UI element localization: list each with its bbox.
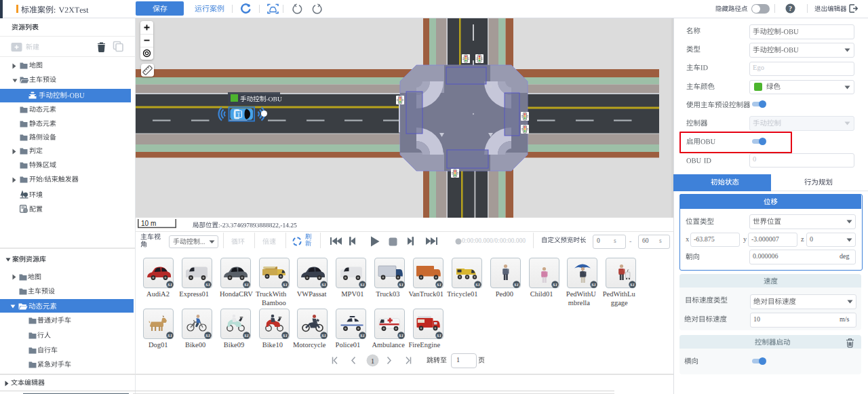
svg-text:S1: S1 [553, 281, 557, 286]
svg-text:S1: S1 [283, 332, 288, 337]
svg-text:S1: S1 [475, 281, 480, 286]
svg-text:S1: S1 [205, 332, 210, 337]
svg-text:S1: S1 [167, 281, 172, 286]
svg-text:S1: S1 [360, 332, 365, 337]
svg-text:S1: S1 [437, 332, 442, 337]
svg-text:S1: S1 [205, 281, 210, 286]
svg-text:T: T [237, 111, 241, 118]
svg-text:S1: S1 [437, 281, 442, 286]
svg-text:S1: S1 [360, 281, 365, 286]
svg-text:S1: S1 [283, 281, 288, 286]
svg-text:?: ? [789, 5, 792, 12]
svg-text:S1: S1 [244, 281, 249, 286]
svg-text:S1: S1 [591, 281, 596, 286]
svg-text:S1: S1 [321, 332, 326, 337]
svg-text:S1: S1 [399, 332, 403, 337]
svg-text:S1: S1 [399, 281, 403, 286]
svg-text:S1: S1 [321, 281, 326, 286]
svg-text:S1: S1 [244, 332, 249, 337]
svg-text:S1: S1 [167, 332, 172, 337]
svg-text:S1: S1 [514, 281, 519, 286]
svg-text:1: 1 [370, 357, 374, 365]
svg-text:S1: S1 [630, 281, 635, 286]
